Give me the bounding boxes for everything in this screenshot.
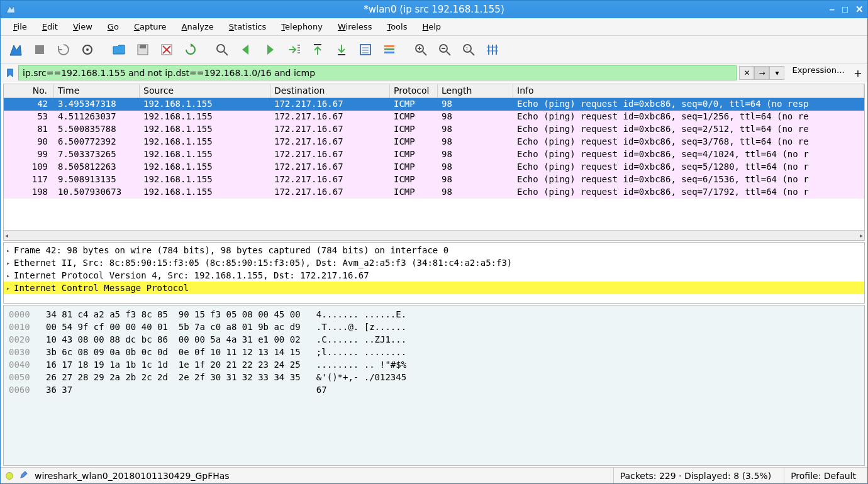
window-title: *wlan0 (ip src 192.168.1.155): [364, 4, 504, 15]
packet-row[interactable]: 1179.508913135192.168.1.155172.217.16.67…: [4, 173, 864, 186]
hex-row[interactable]: 0000 34 81 c4 a2 a5 f3 8c 85 90 15 f3 05…: [9, 308, 859, 321]
packet-row[interactable]: 1098.505812263192.168.1.155172.217.16.67…: [4, 161, 864, 173]
filter-clear-button[interactable]: ✕: [739, 66, 754, 80]
reload-icon[interactable]: [179, 38, 202, 61]
find-icon[interactable]: [211, 38, 233, 61]
save-icon[interactable]: [131, 38, 154, 61]
svg-rect-20: [384, 45, 394, 47]
expand-icon[interactable]: ▸: [6, 272, 14, 279]
menu-view[interactable]: View: [67, 20, 99, 33]
statusbar: wireshark_wlan0_20180101130429_GpFHas Pa…: [1, 467, 867, 483]
svg-rect-4: [140, 45, 146, 48]
svg-rect-22: [384, 52, 394, 53]
zoom-in-icon[interactable]: [409, 38, 432, 61]
expand-icon[interactable]: ▸: [6, 247, 14, 254]
packet-bytes-pane[interactable]: 0000 34 81 c4 a2 a5 f3 8c 85 90 15 f3 05…: [3, 305, 865, 466]
menu-wireless[interactable]: Wireless: [331, 20, 378, 33]
column-header[interactable]: Destination: [270, 84, 390, 97]
maximize-button[interactable]: □: [842, 4, 848, 15]
filter-apply-button[interactable]: →: [754, 66, 769, 80]
column-header[interactable]: Time: [54, 84, 140, 97]
packet-list-body[interactable]: 423.495347318192.168.1.155172.217.16.67I…: [4, 98, 864, 230]
column-header[interactable]: Source: [140, 84, 270, 97]
last-icon[interactable]: [330, 38, 353, 61]
menu-telephony[interactable]: Telephony: [275, 20, 329, 33]
hex-row[interactable]: 0010 00 54 9f cf 00 00 40 01 5b 7a c0 a8…: [9, 321, 859, 333]
expert-info-led-icon[interactable]: [6, 472, 13, 480]
detail-row[interactable]: ▸Frame 42: 98 bytes on wire (784 bits), …: [4, 244, 864, 256]
expression-button[interactable]: Expression…: [787, 65, 850, 80]
hex-row[interactable]: 0040 16 17 18 19 1a 1b 1c 1d 1e 1f 20 21…: [9, 358, 859, 371]
display-filter-input[interactable]: [18, 65, 737, 80]
packet-count-label: Packets: 229 · Displayed: 8 (3.5%): [613, 468, 777, 483]
resize-cols-icon[interactable]: [481, 38, 504, 61]
packet-row[interactable]: 815.500835788192.168.1.155172.217.16.67I…: [4, 123, 864, 136]
forward-icon[interactable]: [259, 38, 281, 61]
fin-icon[interactable]: [4, 38, 27, 61]
packet-row[interactable]: 423.495347318192.168.1.155172.217.16.67I…: [4, 98, 864, 111]
zoom-reset-icon[interactable]: 1: [457, 38, 480, 61]
svg-point-2: [86, 48, 89, 51]
add-filter-button[interactable]: +: [852, 67, 864, 79]
close-button[interactable]: ✕: [855, 4, 864, 15]
column-header[interactable]: Info: [513, 84, 864, 97]
stop-icon[interactable]: [28, 38, 51, 61]
autoscroll-icon[interactable]: [354, 38, 377, 61]
svg-line-28: [447, 52, 450, 55]
colorize-icon[interactable]: [378, 38, 401, 61]
svg-line-31: [470, 52, 474, 55]
hex-row[interactable]: 0050 26 27 28 29 2a 2b 2c 2d 2e 2f 30 31…: [9, 371, 859, 383]
packet-list-pane: No.TimeSourceDestinationProtocolLengthIn…: [3, 84, 865, 241]
edit-capture-icon[interactable]: [19, 470, 28, 481]
menu-go[interactable]: Go: [101, 20, 125, 33]
zoom-out-icon[interactable]: [433, 38, 456, 61]
detail-row[interactable]: ▸Ethernet II, Src: 8c:85:90:15:f3:05 (8c…: [4, 256, 864, 269]
hex-row[interactable]: 0020 10 43 08 00 88 dc bc 86 00 00 5a 4a…: [9, 333, 859, 346]
hex-row[interactable]: 0060 36 37 67: [9, 383, 859, 396]
close-icon[interactable]: [155, 38, 178, 61]
column-header[interactable]: Protocol: [390, 84, 438, 97]
svg-line-24: [423, 52, 426, 55]
titlebar: *wlan0 (ip src 192.168.1.155) – □ ✕: [1, 1, 867, 18]
menu-help[interactable]: Help: [416, 20, 447, 33]
hex-row[interactable]: 0030 3b 6c 08 09 0a 0b 0c 0d 0e 0f 10 11…: [9, 346, 859, 358]
svg-rect-0: [35, 45, 44, 54]
packet-row[interactable]: 534.511263037192.168.1.155172.217.16.67I…: [4, 111, 864, 123]
expand-icon[interactable]: ▸: [6, 285, 14, 292]
filter-bar: ✕ → ▾ Expression… +: [1, 63, 867, 82]
column-header[interactable]: Length: [438, 84, 513, 97]
menu-edit[interactable]: Edit: [36, 20, 64, 33]
menu-analyze[interactable]: Analyze: [175, 20, 220, 33]
packet-list-header: No.TimeSourceDestinationProtocolLengthIn…: [4, 84, 864, 98]
first-icon[interactable]: [306, 38, 329, 61]
svg-line-9: [224, 52, 228, 55]
hscrollbar[interactable]: ◂▸: [4, 230, 864, 240]
menubar: FileEditViewGoCaptureAnalyzeStatisticsTe…: [1, 18, 867, 36]
column-header[interactable]: No.: [4, 84, 54, 97]
expand-icon[interactable]: ▸: [6, 260, 14, 267]
packet-row[interactable]: 19810.507930673192.168.1.155172.217.16.6…: [4, 186, 864, 199]
open-icon[interactable]: [108, 38, 130, 61]
menu-tools[interactable]: Tools: [381, 20, 413, 33]
bookmark-icon[interactable]: [4, 67, 16, 79]
profile-label[interactable]: Profile: Default: [784, 468, 862, 483]
svg-rect-16: [360, 45, 370, 55]
restart-icon[interactable]: [52, 38, 75, 61]
capture-file-label: wireshark_wlan0_20180101130429_GpFHas: [35, 471, 230, 481]
packet-row[interactable]: 906.500772392192.168.1.155172.217.16.67I…: [4, 136, 864, 148]
app-icon: [6, 4, 16, 14]
filter-dropdown-button[interactable]: ▾: [769, 66, 784, 80]
menu-capture[interactable]: Capture: [128, 20, 173, 33]
menu-file[interactable]: File: [7, 20, 33, 33]
packet-details-pane[interactable]: ▸Frame 42: 98 bytes on wire (784 bits), …: [3, 242, 865, 304]
menu-statistics[interactable]: Statistics: [223, 20, 272, 33]
svg-rect-21: [384, 48, 394, 50]
minimize-button[interactable]: –: [830, 4, 835, 15]
toolbar: 1: [1, 36, 867, 63]
detail-row[interactable]: ▸Internet Protocol Version 4, Src: 192.1…: [4, 269, 864, 282]
options-icon[interactable]: [76, 38, 99, 61]
jump-icon[interactable]: [282, 38, 305, 61]
back-icon[interactable]: [235, 38, 257, 61]
packet-row[interactable]: 997.503373265192.168.1.155172.217.16.67I…: [4, 148, 864, 161]
detail-row[interactable]: ▸Internet Control Message Protocol: [4, 282, 864, 294]
